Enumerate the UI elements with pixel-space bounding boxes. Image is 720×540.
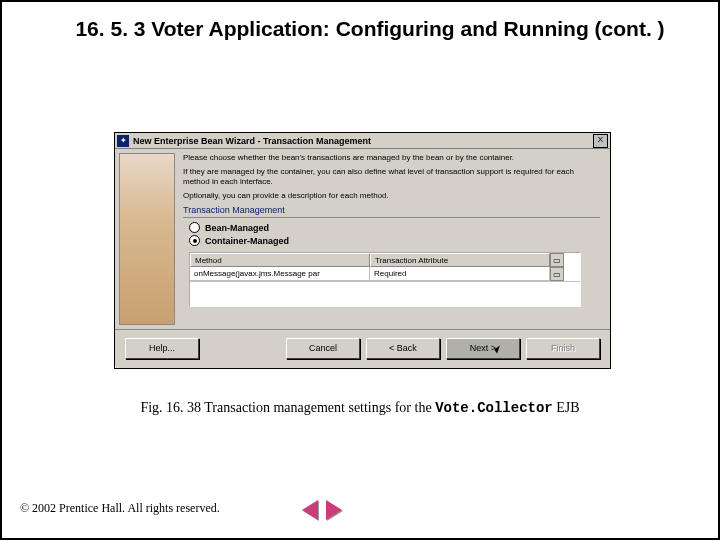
radio-bean-managed[interactable]: Bean-Managed [189,222,600,233]
titlebar: ✦ New Enterprise Bean Wizard - Transacti… [115,133,610,149]
window-title: New Enterprise Bean Wizard - Transaction… [133,136,593,146]
cell-method: onMessage(javax.jms.Message par [190,267,370,281]
instruction-line-2: If they are managed by the container, yo… [183,167,600,187]
radio-icon [189,222,200,233]
section-heading: 16. 5. 3 Voter Application: Configuring … [62,16,678,42]
instruction-line-3: Optionally, you can provide a descriptio… [183,191,600,201]
next-label: Next > [470,343,496,353]
next-slide-button[interactable] [326,500,342,520]
slide-nav [302,500,342,520]
copyright-footer: © 2002 Prentice Hall. All rights reserve… [20,501,220,516]
wizard-window: ✦ New Enterprise Bean Wizard - Transacti… [114,132,611,369]
figure-caption: Fig. 16. 38 Transaction management setti… [2,400,718,416]
cell-attribute[interactable]: Required [370,267,550,281]
finish-button: Finish [526,338,600,359]
app-icon: ✦ [117,135,129,147]
prev-slide-button[interactable] [302,500,318,520]
wizard-buttons: Help... Cancel < Back Next > Finish [115,329,610,366]
radio-label: Bean-Managed [205,223,269,233]
caption-code: Vote.Collector [435,400,553,416]
wizard-illustration [119,153,175,325]
instruction-line-1: Please choose whether the bean's transac… [183,153,600,163]
back-button[interactable]: < Back [366,338,440,359]
grid-empty-area [190,281,580,306]
header-method: Method [190,253,370,267]
caption-prefix: Fig. 16. 38 Transaction management setti… [140,400,435,415]
cell-doc-icon[interactable]: ▭ [550,267,564,281]
radio-container-managed[interactable]: Container-Managed [189,235,600,246]
grid-row[interactable]: onMessage(javax.jms.Message par Required… [190,267,580,281]
wizard-sidebar [115,149,177,329]
radio-label: Container-Managed [205,236,289,246]
wizard-content: Please choose whether the bean's transac… [177,149,610,329]
radio-icon-selected [189,235,200,246]
header-attribute: Transaction Attribute [370,253,550,267]
help-button[interactable]: Help... [125,338,199,359]
cancel-button[interactable]: Cancel [286,338,360,359]
methods-grid[interactable]: Method Transaction Attribute ▭ onMessage… [189,252,581,307]
header-doc-icon[interactable]: ▭ [550,253,564,267]
separator [183,217,600,218]
close-button[interactable]: X [593,134,608,148]
caption-suffix: EJB [553,400,580,415]
next-button[interactable]: Next > [446,338,520,359]
slide: 16. 5. 3 Voter Application: Configuring … [0,0,720,540]
grid-header: Method Transaction Attribute ▭ [190,253,580,267]
group-label: Transaction Management [183,205,600,215]
wizard-body: Please choose whether the bean's transac… [115,149,610,329]
